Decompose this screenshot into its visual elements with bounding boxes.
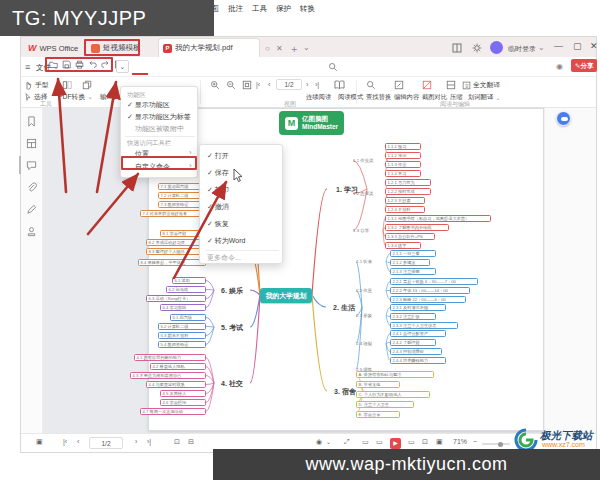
- check-icon: ✓: [207, 237, 213, 244]
- prev-page-icon[interactable]: ‹: [268, 81, 270, 88]
- submenu-item-undo[interactable]: ✓ 撤消: [207, 202, 229, 212]
- sb-fit-icon[interactable]: ⤢: [344, 438, 350, 446]
- screenshot-compare-icon[interactable]: [422, 80, 432, 90]
- layout-icon[interactable]: [452, 43, 462, 53]
- zoom-slider[interactable]: [482, 443, 510, 445]
- menu-item-show-ribbon[interactable]: ✓ 显示功能区: [127, 100, 170, 110]
- sb-double-page-icon[interactable]: ▭: [376, 438, 383, 446]
- submenu-item-redo[interactable]: ✓ 恢复: [207, 219, 229, 229]
- zoom-minus-button[interactable]: −: [473, 438, 477, 445]
- submenu-item-print[interactable]: ✓ 打印: [207, 185, 229, 195]
- find-replace-icon[interactable]: [366, 80, 376, 90]
- signature-pen-icon[interactable]: [26, 204, 37, 215]
- menu-section-qat: 快速访问工具栏: [127, 139, 171, 148]
- mirror-icon[interactable]: [62, 79, 72, 91]
- sb-page-input[interactable]: 1/2: [89, 437, 123, 449]
- search-icon[interactable]: [328, 62, 338, 72]
- account-label[interactable]: 临时登录: [508, 44, 536, 54]
- sb-prev-page-icon[interactable]: ‹: [77, 438, 79, 445]
- sb-single-page-icon[interactable]: ▭: [362, 438, 369, 446]
- hamburger-icon[interactable]: ≡: [25, 62, 30, 72]
- next-page-icon[interactable]: ›: [306, 81, 308, 88]
- first-page-icon[interactable]: |‹: [256, 81, 260, 88]
- qat-customize-chevron-button[interactable]: ⌄: [116, 60, 129, 73]
- tab-close-icon[interactable]: ✕: [276, 44, 283, 53]
- menu-item-ribbon-pinned[interactable]: 功能区被吸附中: [135, 124, 184, 134]
- document-canvas[interactable]: M 亿图脑图MindMaster: [43, 108, 544, 433]
- word-translate-button[interactable]: 划词翻译 ⌄: [468, 91, 500, 103]
- ribbon-tab-protect[interactable]: 保护: [276, 4, 291, 14]
- attachment-icon[interactable]: [26, 182, 37, 193]
- submenu-item-more-commands[interactable]: 更多命令...: [207, 253, 241, 263]
- sb-book-icon[interactable]: ▭: [408, 438, 415, 446]
- full-translate-button[interactable]: 文 全文翻译: [462, 79, 500, 91]
- ribbon-tab-comment[interactable]: 批注: [228, 4, 243, 14]
- sb-last-page-icon[interactable]: ›|: [147, 438, 151, 445]
- tab-list-chevron-icon[interactable]: ⌄: [303, 43, 310, 52]
- eye-protect-icon[interactable]: ◉: [556, 62, 563, 71]
- compress-icon[interactable]: [446, 80, 456, 90]
- submenu-item-to-word[interactable]: ✓ 转为Word: [207, 236, 245, 246]
- read-mode-button[interactable]: 阅读模式: [338, 91, 363, 103]
- comment-icon[interactable]: [26, 160, 37, 171]
- edit-content-icon[interactable]: [394, 80, 404, 90]
- sb-fitwidth-icon[interactable]: ⊟: [188, 438, 194, 446]
- submenu-item-save[interactable]: ✓ 保存: [207, 168, 229, 178]
- sb-first-page-icon[interactable]: |‹: [63, 438, 67, 445]
- svg-text:文: 文: [464, 82, 469, 88]
- tab-active-pdf[interactable]: P 我的大学规划.pdf: [158, 38, 260, 57]
- check-icon: ✓: [207, 186, 213, 193]
- thumbnails-icon[interactable]: [26, 138, 37, 149]
- pdf-icon: P: [163, 44, 172, 53]
- assistant-button[interactable]: [556, 111, 571, 126]
- hand-tool-button[interactable]: 手型: [24, 79, 49, 91]
- gear-icon[interactable]: [472, 43, 482, 53]
- share-button[interactable]: ✎分享: [571, 59, 597, 72]
- page-number-input[interactable]: 1/2: [276, 79, 302, 90]
- minimize-button[interactable]: —: [554, 41, 563, 51]
- sb-eye-icon[interactable]: ◉: [316, 438, 322, 446]
- check-icon: ✓: [207, 203, 213, 210]
- continuous-read-label: 连续阅读: [306, 93, 331, 102]
- close-button[interactable]: ✕: [590, 41, 598, 51]
- account-chevron-icon[interactable]: ⌄: [538, 43, 545, 52]
- zoom-slider-knob[interactable]: [498, 442, 503, 447]
- pdf-convert-button[interactable]: PDF转换 ⌄: [58, 91, 93, 103]
- menu-section-ribbon: 功能区: [127, 91, 146, 100]
- new-tab-button[interactable]: ＋: [289, 42, 299, 56]
- sb-eye-chevron-icon[interactable]: ⌄: [326, 438, 331, 445]
- ribbon-tab-convert[interactable]: 转换: [300, 4, 315, 14]
- submenu-item-label: 转为Word: [215, 237, 246, 244]
- submenu-item-open[interactable]: ✓ 打开: [207, 151, 229, 161]
- share-label: 分享: [580, 62, 593, 69]
- menu-item-ribbon-as-tabs[interactable]: ✓ 显示功能区为标签: [127, 112, 191, 122]
- page-thumb-icon[interactable]: ▣: [36, 438, 43, 446]
- zoom-in-icon[interactable]: [210, 80, 220, 90]
- read-book-icon[interactable]: [334, 80, 345, 90]
- avatar[interactable]: [490, 41, 503, 54]
- tab-wps-home[interactable]: W WPS Office: [24, 40, 82, 56]
- sb-fullscreen-icon[interactable]: ⊡: [422, 438, 428, 446]
- last-page-icon[interactable]: ›|: [315, 81, 319, 88]
- find-replace-button[interactable]: 查找替换: [366, 91, 391, 103]
- sb-layout-icon[interactable]: ▣: [436, 438, 443, 446]
- tab-sync-icon[interactable]: ○: [265, 44, 270, 53]
- screen: W WPS Office 短视频模板 P 我的大学规划.pdf ○ ✕ ＋ ⌄ …: [0, 0, 600, 480]
- menu-divider: [205, 250, 279, 251]
- ribbon-tab-tools[interactable]: 工具: [252, 4, 267, 14]
- sb-next-page-icon[interactable]: ›: [135, 438, 137, 445]
- group-label-read-edit: 阅读与编辑: [440, 100, 470, 109]
- zoom-out-icon[interactable]: [226, 80, 236, 90]
- stamp-icon[interactable]: [26, 226, 37, 237]
- sb-rotate-icon[interactable]: ⊡: [174, 438, 180, 446]
- bookmark-icon[interactable]: [26, 116, 37, 127]
- continuous-read-button[interactable]: 连续阅读: [306, 91, 331, 103]
- edit-content-button[interactable]: 编辑内容: [394, 91, 419, 103]
- mindmaster-badge: M 亿图脑图MindMaster: [279, 111, 344, 135]
- sidebar-resize-handle[interactable]: [19, 156, 21, 174]
- fit-page-icon[interactable]: [242, 80, 252, 90]
- slideshow-play-button[interactable]: ▶: [390, 438, 401, 449]
- menu-item-label: 显示功能区: [135, 101, 170, 108]
- copy-icon[interactable]: [82, 79, 92, 91]
- maximize-button[interactable]: ▢: [573, 41, 582, 51]
